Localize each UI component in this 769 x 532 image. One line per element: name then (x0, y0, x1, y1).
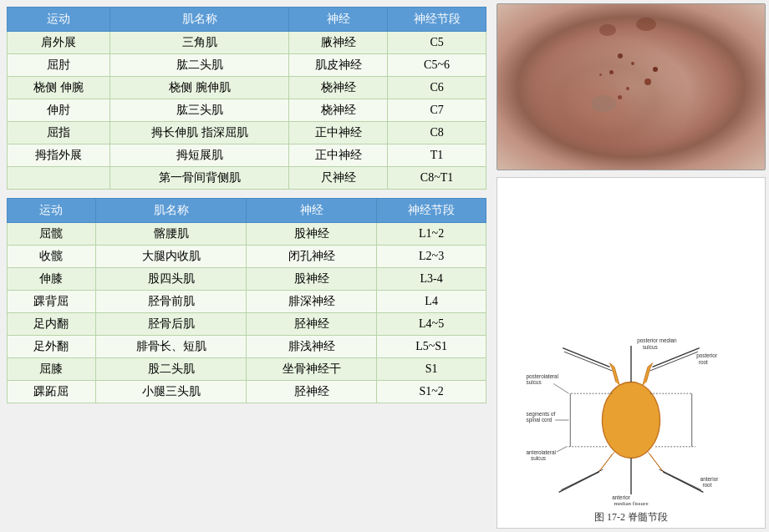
table-cell: 伸膝 (8, 268, 96, 291)
table-cell: C7 (388, 99, 486, 122)
svg-text:spinal cord: spinal cord (527, 417, 553, 423)
table-cell: 腓深神经 (247, 291, 377, 313)
table-cell: 股神经 (247, 223, 377, 246)
table-cell: L3-4 (377, 268, 486, 291)
svg-text:anterior: anterior (700, 476, 719, 482)
table-cell: 胫骨后肌 (95, 313, 247, 336)
table-row: 踝跖屈小腿三头肌胫神经S1~2 (8, 381, 486, 403)
table-cell: 胫骨前肌 (95, 291, 247, 313)
table-cell: 屈指 (8, 122, 110, 144)
table-cell: 三角肌 (110, 32, 289, 54)
table1-header-col2: 肌名称 (110, 8, 289, 32)
table-cell: 足内翻 (8, 313, 96, 336)
spinal-diagram-container: posterolateral sulcus posterior median s… (497, 177, 766, 529)
table-cell: 闭孔神经 (247, 246, 377, 268)
lower-nerve-table: 运动 肌名称 神经 神经节段 屈髋髂腰肌股神经L1~2收髋大腿内收肌闭孔神经L2… (7, 198, 486, 403)
table-row: 屈膝股二头肌坐骨神经干S1 (8, 358, 486, 381)
diagram-caption: 图 17-2 脊髓节段 (594, 510, 668, 524)
table-cell (8, 167, 110, 190)
table-cell: T1 (388, 144, 486, 167)
table-cell: 胫神经 (247, 313, 377, 336)
table-cell: 股二头肌 (95, 358, 247, 381)
table-row: 肩外展三角肌腋神经C5 (8, 32, 486, 54)
svg-text:sulcus: sulcus (527, 379, 542, 385)
table2-header-col3: 神经 (247, 199, 377, 223)
table-cell: 屈肘 (8, 54, 110, 77)
right-panel: posterolateral sulcus posterior median s… (493, 0, 769, 532)
svg-text:anterolateral: anterolateral (527, 449, 556, 455)
table-row: 伸肘肱三头肌桡神经C7 (8, 99, 486, 122)
table-row: 伸膝股四头肌股神经L3-4 (8, 268, 486, 291)
anterior-median-fissure-label: median fissure (614, 500, 648, 507)
table-cell: 桡侧 腕伸肌 (110, 77, 289, 99)
table-cell: C8~T1 (388, 167, 486, 190)
table-cell: L5~S1 (377, 336, 486, 358)
table-cell: 踝背屈 (8, 291, 96, 313)
table-cell: 胫神经 (247, 381, 377, 403)
table-row: 拇指外展拇短展肌正中神经T1 (8, 144, 486, 167)
table2-header-col2: 肌名称 (95, 199, 247, 223)
svg-text:sulcus: sulcus (643, 344, 658, 350)
table-cell: 桡神经 (289, 77, 388, 99)
table-cell: S1~2 (377, 381, 486, 403)
table1-header-col4: 神经节段 (388, 8, 486, 32)
table-cell: 小腿三头肌 (95, 381, 247, 403)
table2-header-col4: 神经节段 (377, 199, 486, 223)
table-row: 足外翻腓骨长、短肌腓浅神经L5~S1 (8, 336, 486, 358)
table-cell: 拇长伸肌 指深屈肌 (110, 122, 289, 144)
table-cell: 尺神经 (289, 167, 388, 190)
table-cell: 腓骨长、短肌 (95, 336, 247, 358)
svg-text:sulcus: sulcus (531, 455, 546, 461)
table-cell: C8 (388, 122, 486, 144)
svg-text:root: root (702, 482, 711, 488)
table-cell: 腓浅神经 (247, 336, 377, 358)
upper-nerve-table: 运动 肌名称 神经 神经节段 肩外展三角肌腋神经C5屈肘肱二头肌肌皮神经C5~6… (7, 7, 486, 190)
table-cell: 屈膝 (8, 358, 96, 381)
table-cell: 收髋 (8, 246, 96, 268)
table-row: 屈髋髂腰肌股神经L1~2 (8, 223, 486, 246)
table-row: 收髋大腿内收肌闭孔神经L2~3 (8, 246, 486, 268)
table-cell: 正中神经 (289, 144, 388, 167)
table-cell: L1~2 (377, 223, 486, 246)
table-cell: 股四头肌 (95, 268, 247, 291)
table-cell: 踝跖屈 (8, 381, 96, 403)
table-cell: L4 (377, 291, 486, 313)
table-cell: L4~5 (377, 313, 486, 336)
table-cell: 腋神经 (289, 32, 388, 54)
table-cell: 正中神经 (289, 122, 388, 144)
table-cell: S1 (377, 358, 486, 381)
table-cell: L2~3 (377, 246, 486, 268)
table-cell: 足外翻 (8, 336, 96, 358)
table-cell: 桡神经 (289, 99, 388, 122)
svg-text:root: root (699, 359, 708, 365)
table-cell: 桡侧 伸腕 (8, 77, 110, 99)
table-cell: C6 (388, 77, 486, 99)
table-cell: 髂腰肌 (95, 223, 247, 246)
left-panel: 运动 肌名称 神经 神经节段 肩外展三角肌腋神经C5屈肘肱二头肌肌皮神经C5~6… (0, 0, 493, 532)
table-cell: 肩外展 (8, 32, 110, 54)
table1-header-col3: 神经 (289, 8, 388, 32)
table-cell: 拇短展肌 (110, 144, 289, 167)
microscope-image (497, 3, 766, 170)
table-row: 屈指拇长伸肌 指深屈肌正中神经C8 (8, 122, 486, 144)
table-cell: C5 (388, 32, 486, 54)
table-row: 第一骨间背侧肌尺神经C8~T1 (8, 167, 486, 190)
table-cell: 肱二头肌 (110, 54, 289, 77)
table-cell: 伸肘 (8, 99, 110, 122)
table-cell: 坐骨神经干 (247, 358, 377, 381)
table-cell: C5~6 (388, 54, 486, 77)
table-row: 屈肘肱二头肌肌皮神经C5~6 (8, 54, 486, 77)
table-row: 踝背屈胫骨前肌腓深神经L4 (8, 291, 486, 313)
table1-header-col1: 运动 (8, 8, 110, 32)
spinal-cord-svg: posterolateral sulcus posterior median s… (514, 337, 748, 504)
table-cell: 屈髋 (8, 223, 96, 246)
table2-header-col1: 运动 (8, 199, 96, 223)
table-cell: 肌皮神经 (289, 54, 388, 77)
microscope-image-inner (497, 4, 765, 170)
table-cell: 股神经 (247, 268, 377, 291)
table-row: 足内翻胫骨后肌胫神经L4~5 (8, 313, 486, 336)
table-cell: 肱三头肌 (110, 99, 289, 122)
table-cell: 大腿内收肌 (95, 246, 247, 268)
table-cell: 第一骨间背侧肌 (110, 167, 289, 190)
table-cell: 拇指外展 (8, 144, 110, 167)
